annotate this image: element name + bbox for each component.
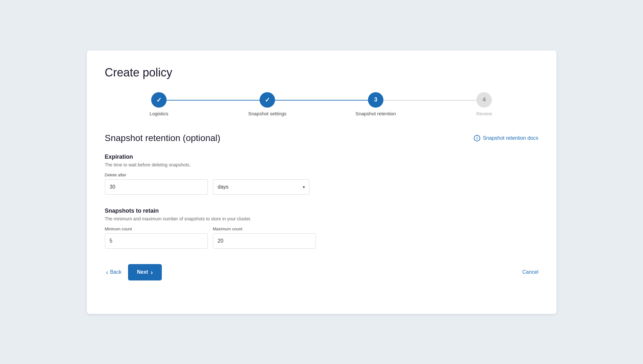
max-count-label: Maximum count [213, 226, 316, 231]
page-title: Create policy [105, 66, 538, 79]
step-number-retention: 3 [374, 96, 377, 103]
cancel-button[interactable]: Cancel [522, 269, 538, 275]
step-circle-snapshot-retention: 3 [368, 92, 383, 108]
docs-link-label: Snapshot retention docs [483, 135, 538, 141]
check-icon-logistics [156, 96, 162, 104]
step-circle-snapshot-settings [260, 92, 275, 108]
max-count-input[interactable] [213, 233, 316, 249]
next-label: Next [137, 269, 148, 275]
unit-select[interactable]: days hours minutes [213, 179, 309, 195]
expiration-desc: The time to wait before deleting snapsho… [105, 162, 538, 167]
retain-form-row: Mininum count Maximum count [105, 226, 538, 249]
min-count-label: Mininum count [105, 226, 208, 231]
step-number-review: 4 [482, 96, 486, 103]
step-snapshot-settings: Snapshot settings [213, 92, 322, 116]
delete-after-label: Delete after [105, 173, 208, 177]
docs-icon: i [474, 135, 480, 141]
check-icon-snapshot-settings [265, 96, 270, 104]
section-header-row: Snapshot retention (optional) i Snapshot… [105, 133, 538, 143]
unit-group: days hours minutes ▾ [213, 179, 309, 195]
chevron-left-icon [106, 269, 108, 276]
min-count-input[interactable] [105, 233, 208, 249]
back-button[interactable]: Back [105, 269, 123, 276]
footer: Back Next Cancel [105, 264, 538, 280]
chevron-right-icon [151, 269, 153, 276]
step-review: 4 Review [430, 92, 538, 116]
expiration-form-row: Delete after days hours minutes ▾ [105, 173, 538, 195]
cancel-label: Cancel [522, 269, 538, 275]
step-label-snapshot-settings: Snapshot settings [248, 111, 286, 116]
snapshots-to-retain-desc: The minimum and maximum number of snapsh… [105, 216, 538, 221]
step-snapshot-retention: 3 Snapshot retention [322, 92, 430, 116]
docs-link[interactable]: i Snapshot retention docs [474, 135, 538, 141]
max-count-group: Maximum count [213, 226, 316, 249]
delete-after-group: Delete after [105, 173, 208, 195]
step-circle-review: 4 [476, 92, 492, 108]
snapshots-to-retain-title: Snapshots to retain [105, 208, 538, 214]
step-logistics: Logistics [105, 92, 213, 116]
step-label-review: Review [476, 111, 492, 116]
step-label-logistics: Logistics [150, 111, 168, 116]
expiration-title: Expiration [105, 154, 538, 160]
expiration-section: Expiration The time to wait before delet… [105, 154, 538, 195]
delete-after-input[interactable] [105, 179, 208, 195]
snapshots-to-retain-section: Snapshots to retain The minimum and maxi… [105, 208, 538, 249]
step-label-snapshot-retention: Snapshot retention [355, 111, 396, 116]
back-label: Back [110, 269, 122, 275]
min-count-group: Mininum count [105, 226, 208, 249]
stepper: Logistics Snapshot settings 3 Snapshot r… [105, 92, 538, 116]
section-title: Snapshot retention (optional) [105, 133, 221, 143]
step-circle-logistics [151, 92, 167, 108]
next-button[interactable]: Next [128, 264, 162, 280]
create-policy-card: Create policy Logistics Snapshot setting… [87, 50, 556, 314]
